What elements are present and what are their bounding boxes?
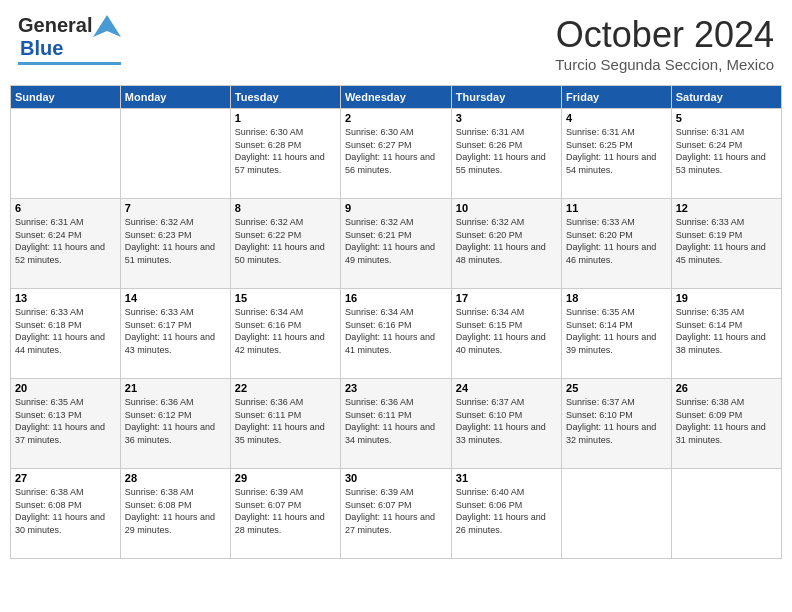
- table-row: 30Sunrise: 6:39 AM Sunset: 6:07 PM Dayli…: [340, 469, 451, 559]
- day-number: 25: [566, 382, 667, 394]
- day-number: 31: [456, 472, 557, 484]
- day-info: Sunrise: 6:30 AM Sunset: 6:27 PM Dayligh…: [345, 126, 447, 176]
- col-monday: Monday: [120, 86, 230, 109]
- day-number: 5: [676, 112, 777, 124]
- day-info: Sunrise: 6:35 AM Sunset: 6:13 PM Dayligh…: [15, 396, 116, 446]
- table-row: 12Sunrise: 6:33 AM Sunset: 6:19 PM Dayli…: [671, 199, 781, 289]
- table-row: 23Sunrise: 6:36 AM Sunset: 6:11 PM Dayli…: [340, 379, 451, 469]
- day-number: 13: [15, 292, 116, 304]
- table-row: [120, 109, 230, 199]
- day-number: 26: [676, 382, 777, 394]
- day-info: Sunrise: 6:37 AM Sunset: 6:10 PM Dayligh…: [456, 396, 557, 446]
- day-number: 4: [566, 112, 667, 124]
- col-saturday: Saturday: [671, 86, 781, 109]
- table-row: 9Sunrise: 6:32 AM Sunset: 6:21 PM Daylig…: [340, 199, 451, 289]
- day-number: 18: [566, 292, 667, 304]
- day-info: Sunrise: 6:33 AM Sunset: 6:19 PM Dayligh…: [676, 216, 777, 266]
- calendar-week-row: 6Sunrise: 6:31 AM Sunset: 6:24 PM Daylig…: [11, 199, 782, 289]
- day-info: Sunrise: 6:31 AM Sunset: 6:24 PM Dayligh…: [676, 126, 777, 176]
- day-info: Sunrise: 6:34 AM Sunset: 6:16 PM Dayligh…: [345, 306, 447, 356]
- day-info: Sunrise: 6:32 AM Sunset: 6:21 PM Dayligh…: [345, 216, 447, 266]
- table-row: [11, 109, 121, 199]
- table-row: 28Sunrise: 6:38 AM Sunset: 6:08 PM Dayli…: [120, 469, 230, 559]
- day-number: 1: [235, 112, 336, 124]
- col-sunday: Sunday: [11, 86, 121, 109]
- day-info: Sunrise: 6:32 AM Sunset: 6:23 PM Dayligh…: [125, 216, 226, 266]
- day-info: Sunrise: 6:33 AM Sunset: 6:17 PM Dayligh…: [125, 306, 226, 356]
- day-info: Sunrise: 6:36 AM Sunset: 6:12 PM Dayligh…: [125, 396, 226, 446]
- col-friday: Friday: [562, 86, 672, 109]
- day-number: 21: [125, 382, 226, 394]
- logo-bird-icon: [93, 15, 121, 37]
- table-row: 18Sunrise: 6:35 AM Sunset: 6:14 PM Dayli…: [562, 289, 672, 379]
- day-number: 30: [345, 472, 447, 484]
- day-number: 10: [456, 202, 557, 214]
- day-info: Sunrise: 6:34 AM Sunset: 6:15 PM Dayligh…: [456, 306, 557, 356]
- table-row: 8Sunrise: 6:32 AM Sunset: 6:22 PM Daylig…: [230, 199, 340, 289]
- day-info: Sunrise: 6:38 AM Sunset: 6:08 PM Dayligh…: [125, 486, 226, 536]
- calendar-week-row: 1Sunrise: 6:30 AM Sunset: 6:28 PM Daylig…: [11, 109, 782, 199]
- table-row: 11Sunrise: 6:33 AM Sunset: 6:20 PM Dayli…: [562, 199, 672, 289]
- logo-general: General: [18, 14, 92, 37]
- day-info: Sunrise: 6:33 AM Sunset: 6:20 PM Dayligh…: [566, 216, 667, 266]
- day-number: 27: [15, 472, 116, 484]
- header: General Blue October 2024 Turcio Segunda…: [10, 10, 782, 77]
- day-info: Sunrise: 6:31 AM Sunset: 6:26 PM Dayligh…: [456, 126, 557, 176]
- day-info: Sunrise: 6:38 AM Sunset: 6:09 PM Dayligh…: [676, 396, 777, 446]
- day-number: 20: [15, 382, 116, 394]
- table-row: 10Sunrise: 6:32 AM Sunset: 6:20 PM Dayli…: [451, 199, 561, 289]
- calendar-week-row: 13Sunrise: 6:33 AM Sunset: 6:18 PM Dayli…: [11, 289, 782, 379]
- table-row: 22Sunrise: 6:36 AM Sunset: 6:11 PM Dayli…: [230, 379, 340, 469]
- table-row: 31Sunrise: 6:40 AM Sunset: 6:06 PM Dayli…: [451, 469, 561, 559]
- location-title: Turcio Segunda Seccion, Mexico: [555, 56, 774, 73]
- day-number: 11: [566, 202, 667, 214]
- day-info: Sunrise: 6:35 AM Sunset: 6:14 PM Dayligh…: [566, 306, 667, 356]
- table-row: 15Sunrise: 6:34 AM Sunset: 6:16 PM Dayli…: [230, 289, 340, 379]
- day-number: 8: [235, 202, 336, 214]
- calendar-week-row: 20Sunrise: 6:35 AM Sunset: 6:13 PM Dayli…: [11, 379, 782, 469]
- table-row: 16Sunrise: 6:34 AM Sunset: 6:16 PM Dayli…: [340, 289, 451, 379]
- day-number: 22: [235, 382, 336, 394]
- day-number: 12: [676, 202, 777, 214]
- table-row: 7Sunrise: 6:32 AM Sunset: 6:23 PM Daylig…: [120, 199, 230, 289]
- day-number: 2: [345, 112, 447, 124]
- day-number: 16: [345, 292, 447, 304]
- col-thursday: Thursday: [451, 86, 561, 109]
- day-info: Sunrise: 6:40 AM Sunset: 6:06 PM Dayligh…: [456, 486, 557, 536]
- table-row: 2Sunrise: 6:30 AM Sunset: 6:27 PM Daylig…: [340, 109, 451, 199]
- table-row: 29Sunrise: 6:39 AM Sunset: 6:07 PM Dayli…: [230, 469, 340, 559]
- table-row: 4Sunrise: 6:31 AM Sunset: 6:25 PM Daylig…: [562, 109, 672, 199]
- table-row: 1Sunrise: 6:30 AM Sunset: 6:28 PM Daylig…: [230, 109, 340, 199]
- logo-underline: [18, 62, 121, 65]
- table-row: 13Sunrise: 6:33 AM Sunset: 6:18 PM Dayli…: [11, 289, 121, 379]
- day-info: Sunrise: 6:34 AM Sunset: 6:16 PM Dayligh…: [235, 306, 336, 356]
- day-number: 14: [125, 292, 226, 304]
- day-number: 3: [456, 112, 557, 124]
- day-number: 17: [456, 292, 557, 304]
- calendar-header-row: Sunday Monday Tuesday Wednesday Thursday…: [11, 86, 782, 109]
- table-row: 19Sunrise: 6:35 AM Sunset: 6:14 PM Dayli…: [671, 289, 781, 379]
- table-row: 17Sunrise: 6:34 AM Sunset: 6:15 PM Dayli…: [451, 289, 561, 379]
- table-row: 26Sunrise: 6:38 AM Sunset: 6:09 PM Dayli…: [671, 379, 781, 469]
- day-number: 9: [345, 202, 447, 214]
- table-row: [671, 469, 781, 559]
- logo: General Blue: [18, 14, 121, 65]
- day-number: 23: [345, 382, 447, 394]
- day-number: 29: [235, 472, 336, 484]
- day-info: Sunrise: 6:39 AM Sunset: 6:07 PM Dayligh…: [235, 486, 336, 536]
- table-row: 14Sunrise: 6:33 AM Sunset: 6:17 PM Dayli…: [120, 289, 230, 379]
- table-row: 3Sunrise: 6:31 AM Sunset: 6:26 PM Daylig…: [451, 109, 561, 199]
- col-wednesday: Wednesday: [340, 86, 451, 109]
- table-row: 24Sunrise: 6:37 AM Sunset: 6:10 PM Dayli…: [451, 379, 561, 469]
- day-info: Sunrise: 6:36 AM Sunset: 6:11 PM Dayligh…: [345, 396, 447, 446]
- day-number: 28: [125, 472, 226, 484]
- day-number: 19: [676, 292, 777, 304]
- day-info: Sunrise: 6:31 AM Sunset: 6:24 PM Dayligh…: [15, 216, 116, 266]
- day-number: 6: [15, 202, 116, 214]
- day-info: Sunrise: 6:32 AM Sunset: 6:20 PM Dayligh…: [456, 216, 557, 266]
- svg-marker-0: [93, 15, 121, 37]
- day-info: Sunrise: 6:35 AM Sunset: 6:14 PM Dayligh…: [676, 306, 777, 356]
- table-row: [562, 469, 672, 559]
- day-number: 15: [235, 292, 336, 304]
- table-row: 21Sunrise: 6:36 AM Sunset: 6:12 PM Dayli…: [120, 379, 230, 469]
